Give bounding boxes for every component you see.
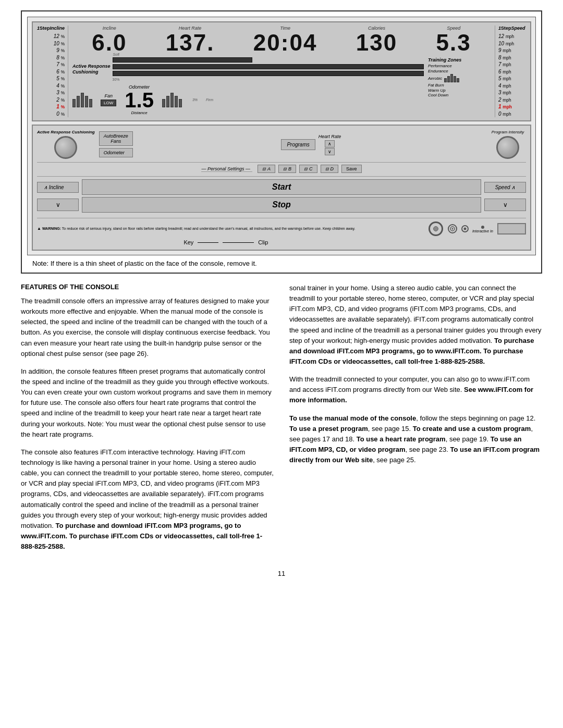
ps-section-label: — Personal Settings —	[201, 166, 252, 172]
main-content: FEATURES OF THE CONSOLE The treadmill co…	[21, 283, 542, 559]
clip-box	[497, 223, 526, 235]
incline-8[interactable]: 8 %	[37, 54, 65, 61]
key-clip-labels: Key Clip	[37, 239, 526, 245]
incline-0[interactable]: 0 %	[37, 110, 65, 117]
speed-7[interactable]: 7 mph	[498, 61, 526, 68]
interactive-in-label: Interactive In	[472, 229, 493, 233]
key-section	[429, 221, 443, 236]
speed-up-btn[interactable]: Speed ∧	[484, 182, 526, 193]
speed-value: 5.3	[436, 31, 471, 54]
heart-rate-metric: Heart Rate 137.	[166, 26, 215, 54]
speed-4[interactable]: 4 mph	[498, 82, 526, 89]
speed-5[interactable]: 5 mph	[498, 75, 526, 82]
prog-intensity-knob[interactable]	[496, 136, 519, 159]
ps-b-label: B	[288, 166, 291, 171]
arc-knob[interactable]	[54, 136, 77, 159]
right-para-3: To use the manual mode of the console, f…	[289, 413, 542, 466]
incline-10[interactable]: 10 %	[37, 40, 65, 47]
odometer-btn[interactable]: Odometer	[99, 148, 133, 157]
calories-value: 130	[356, 31, 397, 54]
speed-0[interactable]: 0 mph	[498, 110, 526, 117]
incline-down-btn[interactable]: ∨	[37, 199, 79, 211]
speed-12[interactable]: 12 mph	[498, 33, 526, 40]
incline-4[interactable]: 4 %	[37, 82, 65, 89]
incline-5[interactable]: 5 %	[37, 75, 65, 82]
left-para-1: The treadmill console offers an impressi…	[21, 296, 274, 359]
incline-3[interactable]: 3 %	[37, 89, 65, 96]
arc-30pct: 30%	[113, 78, 120, 81]
svg-point-4	[463, 228, 466, 230]
left-column: FEATURES OF THE CONSOLE The treadmill co…	[21, 283, 274, 559]
speed-6[interactable]: 6 mph	[498, 68, 526, 75]
programs-btn[interactable]: Programs	[281, 139, 315, 150]
speed-8[interactable]: 8 mph	[498, 54, 526, 61]
audio-jack-icon-1	[447, 224, 458, 234]
time-value: 20:04	[253, 31, 317, 54]
heart-rate-section: Heart Rate ∧ ∨	[319, 134, 341, 155]
speed-metric: Speed 5.3	[436, 26, 471, 54]
ps-c-btn[interactable]: ⊟ C	[299, 165, 317, 173]
note-text: Note: If there is a thin sheet of plasti…	[27, 260, 536, 267]
metrics-row: Incline 6.0 Heart Rate 137. Time 20:04 C…	[72, 26, 491, 54]
save-btn[interactable]: Save	[341, 165, 362, 173]
odometer-section: Odometer 1.5 Distance	[125, 84, 154, 115]
warning-section: ▲ WARNING: To reduce risk of serious inj…	[37, 226, 423, 231]
arc-soft-label: Soft	[113, 53, 119, 56]
ps-b-btn[interactable]: ⊟ B	[278, 165, 296, 173]
fan-odo-row: Fan LOW Odometer 1.5 Distance	[72, 84, 424, 115]
console-diagram: 1StepIncline 12 % 10 % 9 % 8 % 7 % 6 % 5…	[21, 10, 542, 274]
heart-rate-value: 137.	[166, 31, 215, 54]
arc-knob-label: Active Response Cushioning	[37, 130, 95, 134]
svg-point-5	[481, 226, 484, 229]
tz-performance: Performance	[428, 64, 491, 68]
clip-label: Clip	[258, 239, 268, 245]
incline-7[interactable]: 7 %	[37, 61, 65, 68]
hr-down-btn[interactable]: ∨	[325, 148, 335, 155]
autobreeze-btn[interactable]: AutoBreezeFans	[99, 131, 133, 146]
left-para-3: The console also features iFIT.com inter…	[21, 447, 274, 552]
start-btn[interactable]: Start	[82, 179, 481, 195]
incline-value: 6.0	[92, 31, 127, 54]
speed-down-btn[interactable]: ∨	[484, 199, 526, 211]
speed-3[interactable]: 3 mph	[498, 89, 526, 96]
page-number: 11	[21, 570, 542, 577]
ps-d-label: D	[331, 166, 334, 171]
ps-d-btn[interactable]: ⊟ D	[321, 165, 339, 173]
calories-metric: Calories 130	[356, 26, 397, 54]
speed-1[interactable]: 1 mph	[498, 103, 526, 110]
stop-btn[interactable]: Stop	[82, 197, 481, 213]
action-row-2: ∨ Stop ∨	[37, 197, 526, 213]
display-panel: 1StepIncline 12 % 10 % 9 % 8 % 7 % 6 % 5…	[32, 21, 531, 121]
odo-value: 1.5	[125, 90, 154, 110]
incline-9[interactable]: 9 %	[37, 47, 65, 54]
incline-step-label: 1StepIncline	[37, 26, 65, 31]
arc-label: Active ResponseCushioning	[72, 64, 111, 75]
speed-9[interactable]: 9 mph	[498, 47, 526, 54]
tz-endurance: Endurance	[428, 69, 491, 73]
arc-knob-section: Active Response Cushioning	[37, 130, 95, 159]
incline-metric: Incline 6.0	[92, 26, 127, 54]
key-hole[interactable]	[429, 221, 443, 236]
tz-aerobic: Aerobic	[428, 76, 442, 81]
incline-2[interactable]: 2 %	[37, 96, 65, 103]
speed-2[interactable]: 2 mph	[498, 96, 526, 103]
ps-a-btn[interactable]: ⊟ A	[258, 165, 275, 173]
svg-point-2	[451, 228, 453, 230]
personal-settings-row: — Personal Settings — ⊟ A ⊟ B ⊟ C ⊟ D Sa	[37, 162, 526, 173]
programs-label: Programs	[287, 142, 309, 147]
tz-aerobic-row: Aerobic	[428, 74, 491, 82]
left-vert-bars	[72, 93, 92, 107]
incline-6[interactable]: 6 %	[37, 68, 65, 75]
autobreeze-label: AutoBreezeFans	[104, 133, 128, 144]
speed-10[interactable]: 10 mph	[498, 40, 526, 47]
incline-up-btn[interactable]: ∧ Incline	[37, 182, 79, 193]
incline-1[interactable]: 1 %	[37, 103, 65, 110]
warning-text: WARNING: To reduce risk of serious injur…	[42, 227, 356, 230]
hr-up-btn[interactable]: ∧	[325, 140, 335, 147]
speed-step-label: 1StepSpeed	[498, 26, 526, 31]
audio-jack-icon-2	[461, 225, 469, 233]
incline-12[interactable]: 12 %	[37, 33, 65, 40]
fan-btn[interactable]: LOW	[101, 100, 116, 106]
key-clip-section: Interactive In	[429, 221, 526, 236]
tz-fatburn: Fat Burn	[428, 83, 491, 88]
